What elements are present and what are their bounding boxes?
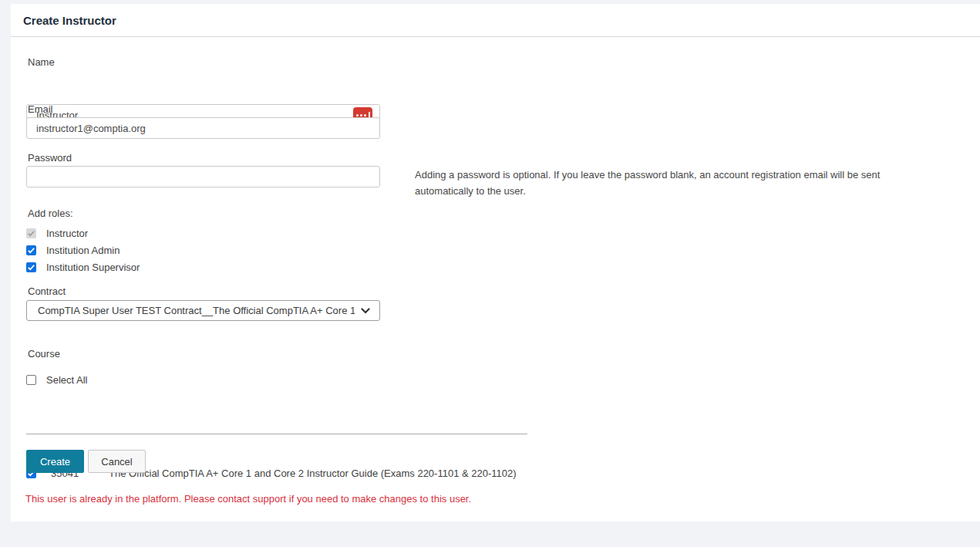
course-list-divider <box>26 434 527 434</box>
create-instructor-panel: Create Instructor Name Email Password Ad… <box>11 4 980 522</box>
role-row-institution-admin: Institution Admin <box>26 242 120 258</box>
create-button[interactable]: Create <box>26 450 84 473</box>
error-message: This user is already in the platform. Pl… <box>25 493 471 505</box>
role-label: Institution Supervisor <box>46 262 140 273</box>
institution-supervisor-checkbox[interactable] <box>26 262 36 272</box>
page-title: Create Instructor <box>23 14 116 27</box>
instructor-checkbox <box>26 228 36 238</box>
role-row-instructor: Instructor <box>26 225 88 241</box>
contract-selected-value: CompTIA Super User TEST Contract__The Of… <box>38 305 355 316</box>
institution-admin-checkbox[interactable] <box>26 245 36 255</box>
password-input[interactable] <box>26 166 380 187</box>
email-input[interactable] <box>26 117 380 139</box>
select-all-checkbox[interactable] <box>26 375 36 385</box>
role-label: Institution Admin <box>46 245 120 256</box>
contract-label: Contract <box>28 285 66 297</box>
course-label: Course <box>28 348 60 360</box>
password-label: Password <box>28 152 72 164</box>
cancel-button[interactable]: Cancel <box>88 450 146 473</box>
select-all-row: Select All <box>26 372 87 387</box>
email-label: Email <box>28 103 53 115</box>
role-label: Instructor <box>46 228 88 239</box>
select-all-label: Select All <box>46 374 87 386</box>
password-helper-text: Adding a password is optional. If you le… <box>415 167 902 199</box>
panel-header: Create Instructor <box>11 4 980 37</box>
course-title: The Official CompTIA A+ Core 1 and Core … <box>109 468 517 479</box>
chevron-down-icon <box>361 308 370 314</box>
name-label: Name <box>28 56 55 68</box>
add-roles-label: Add roles: <box>28 208 73 219</box>
contract-select[interactable]: CompTIA Super User TEST Contract__The Of… <box>26 300 380 321</box>
role-row-institution-supervisor: Institution Supervisor <box>26 259 140 275</box>
